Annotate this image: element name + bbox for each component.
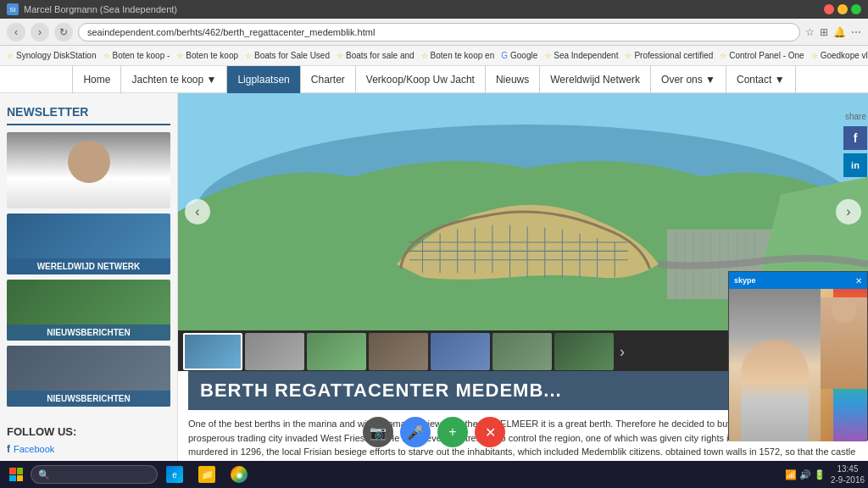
bookmark-control-panel[interactable]: ☆ Control Panel - One [720,51,804,60]
title-bar: SI Marcel Borgmann (Sea Independent) [0,0,868,19]
refresh-button[interactable]: ↻ [54,23,73,42]
volume-icon: 🔊 [799,469,811,480]
follow-section: FOLLOW US: f Facebook [0,419,177,462]
back-button[interactable]: ‹ [7,23,25,42]
bookmark-sea-independent[interactable]: ☆ Sea Independent [544,51,618,60]
folder-icon: 📁 [198,466,215,483]
notification-area: 📶 🔊 🔋 [785,469,826,480]
thumbnail-5[interactable] [431,333,490,370]
bookmark-boten-en[interactable]: ☆ Boten te koop en [421,51,495,60]
sidebar-card-label-2: NIEUWSBERICHTEN [7,324,170,341]
sidebar-wereldwijd[interactable]: WERELDWIJD NETWERK [7,214,170,274]
nav-contact[interactable]: Contact ▼ [726,66,796,93]
bookmark-boats-used[interactable]: ☆ Boats for Sale Used [245,51,330,60]
sidebar-nieuws-2[interactable]: NIEUWSBERICHTEN [7,346,170,407]
minimize-button[interactable] [837,4,848,14]
tab-favicon: SI [7,3,19,15]
clock-time: 13:45 [831,463,865,474]
bookmark-boten1[interactable]: ☆ Boten te koop - [103,51,170,60]
taskbar-app-folder[interactable]: 📁 [192,463,222,486]
hero-next-button[interactable]: › [836,199,861,225]
taskbar-search[interactable]: 🔍 [31,465,158,484]
main-content: ‹ › share f in [178,93,868,474]
taskbar-app-edge[interactable]: e [159,463,190,486]
share-label: share [843,110,868,123]
skype-main-video [729,289,821,441]
sidebar-card-label-3: NIEUWSBERICHTEN [7,391,170,407]
nav-ligplaatsen[interactable]: Ligplaatsen [227,66,300,93]
camera-button[interactable]: 📷 [363,417,393,447]
facebook-share-button[interactable]: f [843,126,867,150]
taskbar: 🔍 e 📁 ◉ 📶 🔊 🔋 13:45 2-9-2016 [0,461,868,488]
maximize-button[interactable] [851,4,861,14]
start-button[interactable] [3,463,29,486]
skype-video-area [729,289,867,441]
thumbnail-6[interactable] [492,333,552,370]
menu-icon[interactable]: ⋯ [851,26,861,38]
nav-nieuws[interactable]: Nieuws [486,66,540,93]
bookmark-goedkope[interactable]: ☆ Goedkope vluchten, [811,51,868,60]
bookmark-star-icon[interactable]: ☆ [805,26,815,38]
sidebar-card-label-1: WERELDWIJD NETWERK [7,258,170,274]
forward-button[interactable]: › [31,23,49,42]
site-navigation: Home Jachten te koop ▼ Ligplaatsen Chart… [0,66,868,93]
nav-charter[interactable]: Charter [301,66,356,93]
notifications-icon[interactable]: 🔔 [833,26,846,38]
skype-header: skype ✕ [729,272,867,289]
close-button[interactable] [824,4,834,14]
nav-over-ons[interactable]: Over ons ▼ [651,66,726,93]
thumbnail-7[interactable] [554,333,614,370]
bookmark-boten2[interactable]: ☆ Boten te koop [176,51,238,60]
hero-prev-button[interactable]: ‹ [185,199,210,225]
microphone-button[interactable]: 🎤 [400,417,431,447]
nav-wereldwijd[interactable]: Wereldwijd Netwerk [540,66,651,93]
skype-overlay: skype ✕ [728,271,868,441]
bookmarks-bar: ☆ Synology DiskStation ☆ Boten te koop -… [0,46,868,66]
thumbnail-2[interactable] [245,333,304,370]
end-call-button[interactable]: ✕ [475,417,505,447]
taskbar-app-chrome[interactable]: ◉ [224,463,254,486]
window-title: Marcel Borgmann (Sea Independent) [24,4,177,14]
network-icon: 📶 [785,469,797,480]
newsletter-section: NEWSLETTER WERELDWIJD NETWERK [0,93,177,419]
clock-date: 2-9-2016 [831,474,865,485]
window-controls [824,4,861,14]
bookmark-professional[interactable]: ☆ Professional certified [625,51,713,60]
address-bar-row: ‹ › ↻ ☆ ⊞ 🔔 ⋯ [0,19,868,46]
address-input[interactable] [78,23,800,42]
bookmark-boats-sale[interactable]: ☆ Boats for sale and [337,51,415,60]
battery-icon: 🔋 [814,469,826,480]
bookmark-synology[interactable]: ☆ Synology DiskStation [7,51,97,60]
sidebar-nieuws-1[interactable]: NIEUWSBERICHTEN [7,280,170,341]
windows-logo-icon [9,468,23,481]
newsletter-title: NEWSLETTER [7,100,170,125]
thumbnail-4[interactable] [369,333,428,370]
skype-close-button[interactable]: ✕ [855,276,862,286]
follow-title: FOLLOW US: [7,425,170,438]
thumbnail-3[interactable] [307,333,366,370]
taskbar-right: 📶 🔊 🔋 13:45 2-9-2016 [785,463,865,485]
linkedin-share-button[interactable]: in [843,153,867,177]
facebook-link[interactable]: f Facebook [7,443,170,455]
add-call-button[interactable]: + [437,417,468,447]
newsletter-image[interactable] [7,132,170,208]
taskbar-time: 13:45 2-9-2016 [831,463,865,485]
call-controls: 📷 🎤 + ✕ [363,417,505,447]
sidebar: NEWSLETTER WERELDWIJD NETWERK [0,93,178,474]
thumbnail-1[interactable] [183,333,242,370]
skype-logo: skype [734,276,756,285]
nav-verkoop[interactable]: Verkoop/Koop Uw Jacht [356,66,486,93]
skype-thumbnail-video [821,289,867,441]
edge-icon: e [166,466,183,483]
thumb-next-button[interactable]: › [616,343,628,361]
browser-window: SI Marcel Borgmann (Sea Independent) ‹ ›… [0,0,868,488]
share-panel: share f in [843,110,868,177]
extensions-icon[interactable]: ⊞ [820,26,828,38]
chrome-icon: ◉ [231,466,248,483]
nav-jachten[interactable]: Jachten te koop ▼ [121,66,227,93]
nav-home[interactable]: Home [72,66,121,93]
bookmark-google[interactable]: G Google [501,51,537,60]
